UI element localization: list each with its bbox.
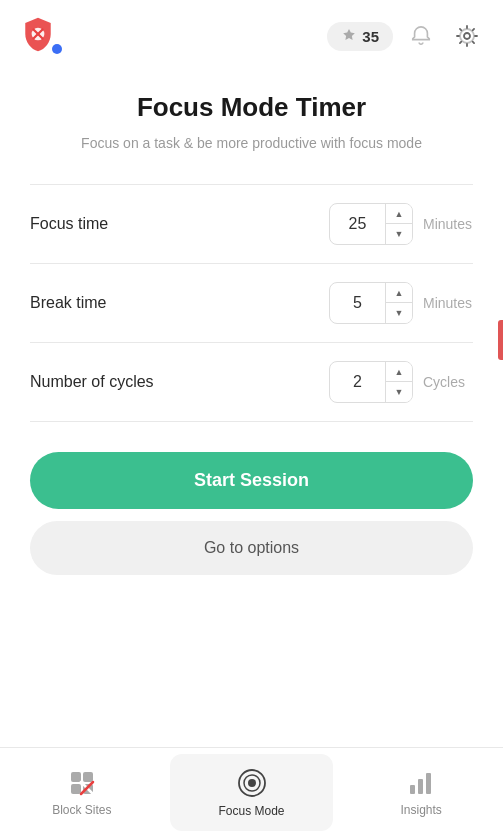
svg-rect-16	[426, 773, 431, 794]
svg-rect-6	[83, 772, 93, 782]
page-title: Focus Mode Timer	[30, 92, 473, 123]
form-section: Focus time ▲ ▼ Minutes Break time	[30, 184, 473, 422]
break-time-row: Break time ▲ ▼ Minutes	[30, 264, 473, 343]
focus-time-input[interactable]	[330, 207, 385, 241]
break-time-right: ▲ ▼ Minutes	[329, 282, 473, 324]
svg-rect-15	[418, 779, 423, 794]
nav-insights[interactable]: Insights	[339, 748, 503, 837]
focus-time-row: Focus time ▲ ▼ Minutes	[30, 185, 473, 264]
star-icon	[341, 28, 357, 44]
cycles-label: Number of cycles	[30, 373, 154, 391]
cycles-row: Number of cycles ▲ ▼ Cycles	[30, 343, 473, 422]
logo-area	[18, 14, 62, 58]
svg-rect-5	[71, 772, 81, 782]
header-right: 35	[327, 18, 485, 54]
start-session-button[interactable]: Start Session	[30, 452, 473, 509]
block-sites-nav-label: Block Sites	[52, 803, 111, 817]
svg-rect-14	[410, 785, 415, 794]
break-time-unit: Minutes	[423, 295, 473, 311]
focus-mode-nav-label: Focus Mode	[218, 804, 284, 818]
cycles-increment[interactable]: ▲	[386, 362, 412, 382]
focus-time-spinner: ▲ ▼	[329, 203, 413, 245]
cycles-unit: Cycles	[423, 374, 473, 390]
break-time-label: Break time	[30, 294, 106, 312]
focus-time-decrement[interactable]: ▼	[386, 224, 412, 244]
bottom-nav: Block Sites Focus Mode Insights	[0, 747, 503, 837]
focus-time-spinner-buttons: ▲ ▼	[385, 204, 412, 244]
focus-time-unit: Minutes	[423, 216, 473, 232]
break-time-input[interactable]	[330, 286, 385, 320]
break-time-spinner: ▲ ▼	[329, 282, 413, 324]
bell-button[interactable]	[403, 18, 439, 54]
main-content: Focus Mode Timer Focus on a task & be mo…	[0, 72, 503, 747]
cycles-spinner-buttons: ▲ ▼	[385, 362, 412, 402]
header: 35	[0, 0, 503, 72]
focus-time-increment[interactable]: ▲	[386, 204, 412, 224]
block-sites-icon	[68, 769, 96, 797]
cycles-decrement[interactable]: ▼	[386, 382, 412, 402]
star-count: 35	[362, 28, 379, 45]
settings-button[interactable]	[449, 18, 485, 54]
nav-block-sites[interactable]: Block Sites	[0, 748, 164, 837]
svg-rect-7	[71, 784, 81, 794]
insights-nav-label: Insights	[401, 803, 442, 817]
break-time-spinner-buttons: ▲ ▼	[385, 283, 412, 323]
go-to-options-button[interactable]: Go to options	[30, 521, 473, 575]
bell-icon	[410, 25, 432, 47]
side-accent	[498, 320, 503, 360]
nav-focus-mode[interactable]: Focus Mode	[170, 754, 334, 831]
gear-icon	[455, 24, 479, 48]
break-time-increment[interactable]: ▲	[386, 283, 412, 303]
insights-icon	[407, 769, 435, 797]
page-subtitle: Focus on a task & be more productive wit…	[30, 133, 473, 154]
focus-time-label: Focus time	[30, 215, 108, 233]
button-section: Start Session Go to options	[30, 452, 473, 575]
focus-mode-icon	[237, 768, 267, 798]
svg-point-4	[460, 29, 474, 43]
focus-time-right: ▲ ▼ Minutes	[329, 203, 473, 245]
svg-point-3	[464, 33, 470, 39]
star-badge: 35	[327, 22, 393, 51]
logo-dot	[52, 44, 62, 54]
svg-point-13	[248, 779, 256, 787]
cycles-input[interactable]	[330, 365, 385, 399]
cycles-right: ▲ ▼ Cycles	[329, 361, 473, 403]
app-container: 35 Focus Mode Timer Focus on a task & be…	[0, 0, 503, 837]
break-time-decrement[interactable]: ▼	[386, 303, 412, 323]
cycles-spinner: ▲ ▼	[329, 361, 413, 403]
